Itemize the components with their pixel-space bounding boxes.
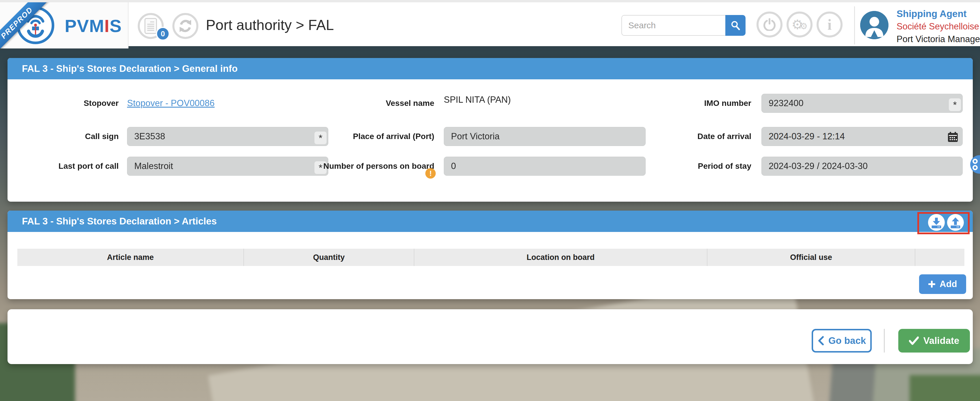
widget-ring-icon <box>972 158 978 164</box>
date-of-arrival-label: Date of arrival <box>600 127 751 146</box>
last-port-of-call-value: Malestroit <box>134 161 173 171</box>
widget-ring-icon <box>972 165 978 170</box>
gears-icon: ⚙⚙ <box>791 18 808 31</box>
column-article-name: Article name <box>18 249 244 266</box>
column-location-on-board: Location on board <box>414 249 708 266</box>
download-icon <box>928 214 945 231</box>
search-button[interactable] <box>725 15 746 36</box>
column-quantity: Quantity <box>244 249 414 266</box>
place-of-arrival-value: Port Victoria <box>451 131 500 142</box>
validate-label: Validate <box>923 335 959 346</box>
vessel-name-label: Vessel name <box>282 94 434 113</box>
stopover-link[interactable]: Stopover - POV00086 <box>127 98 215 108</box>
validate-button[interactable]: Validate <box>898 329 970 352</box>
footer-action-bar: Go back Validate <box>8 309 973 364</box>
vessel-name-value: SPIL NITA (PAN) <box>444 90 511 109</box>
logo-panel: PVMIS PREPROD <box>0 2 129 49</box>
user-avatar[interactable] <box>860 11 888 39</box>
stopover-label: Stopover <box>16 94 119 113</box>
download-articles-button[interactable] <box>928 214 945 231</box>
pvmis-wordmark: PVMIS <box>65 16 122 36</box>
imo-number-input[interactable]: 9232400 * <box>761 94 963 113</box>
top-header-bar: PVMIS PREPROD 0 Port authority > FAL <box>0 0 980 46</box>
queue-count-badge: 0 <box>156 27 170 41</box>
general-info-header: FAL 3 - Ship's Stores Declaration > Gene… <box>8 58 973 79</box>
calendar-icon[interactable] <box>947 132 958 145</box>
add-article-button[interactable]: Add <box>919 274 966 294</box>
check-icon <box>909 336 919 345</box>
articles-section: FAL 3 - Ship's Stores Declaration > Arti… <box>8 211 973 299</box>
articles-table-header: Article name Quantity Location on board … <box>18 249 964 266</box>
general-info-title: FAL 3 - Ship's Stores Declaration > Gene… <box>22 63 238 74</box>
footer-divider <box>884 329 885 352</box>
articles-header: FAL 3 - Ship's Stores Declaration > Arti… <box>8 211 973 232</box>
document-icon <box>144 18 157 34</box>
date-of-arrival-input[interactable]: 2024-03-29 - 12:14 <box>761 127 963 146</box>
period-of-stay-label: Period of stay <box>600 157 751 176</box>
upload-articles-button[interactable] <box>947 214 964 231</box>
call-sign-value: 3E3538 <box>134 131 165 142</box>
page-title: Port authority > FAL <box>206 17 334 33</box>
persons-on-board-value: 0 <box>451 161 456 171</box>
search-input[interactable] <box>621 15 725 36</box>
search-icon <box>730 20 741 30</box>
logout-button[interactable] <box>757 11 783 38</box>
user-organization: Port Victoria Managemen <box>897 33 980 46</box>
upload-icon <box>947 214 964 231</box>
chevron-left-icon <box>818 336 824 346</box>
imo-number-value: 9232400 <box>768 98 803 108</box>
required-asterisk: * <box>949 98 961 111</box>
go-back-label: Go back <box>829 335 866 346</box>
user-info-block[interactable]: Shipping Agent Société Seychelloise De P… <box>897 8 980 46</box>
user-role: Shipping Agent <box>897 8 980 20</box>
call-sign-label: Call sign <box>16 127 119 146</box>
column-actions <box>915 249 964 266</box>
imo-number-label: IMO number <box>600 94 751 113</box>
articles-title: FAL 3 - Ship's Stores Declaration > Arti… <box>22 216 217 227</box>
go-back-button[interactable]: Go back <box>812 329 872 352</box>
info-icon: i <box>827 16 832 33</box>
column-official-use: Official use <box>708 249 915 266</box>
plus-icon <box>928 281 935 288</box>
person-icon <box>860 11 888 39</box>
settings-button[interactable]: ⚙⚙ <box>786 11 813 38</box>
date-of-arrival-value: 2024-03-29 - 12:14 <box>768 131 845 142</box>
refresh-button[interactable] <box>172 13 198 39</box>
user-company: Société Seychelloise De <box>897 20 980 33</box>
period-of-stay-input[interactable]: 2024-03-29 / 2024-03-30 <box>761 157 963 176</box>
general-info-section: FAL 3 - Ship's Stores Declaration > Gene… <box>8 58 973 202</box>
refresh-icon <box>178 19 192 33</box>
period-of-stay-value: 2024-03-29 / 2024-03-30 <box>768 161 868 171</box>
place-of-arrival-label: Place of arrival (Port) <box>282 127 434 146</box>
persons-on-board-label: Number of persons on board <box>282 157 434 176</box>
warning-icon: ! <box>425 168 436 179</box>
info-button[interactable]: i <box>816 11 843 38</box>
add-button-label: Add <box>940 279 957 289</box>
last-port-of-call-label: Last port of call <box>16 157 119 176</box>
power-icon <box>763 18 776 31</box>
header-divider <box>854 6 855 44</box>
search-bar <box>621 15 746 36</box>
